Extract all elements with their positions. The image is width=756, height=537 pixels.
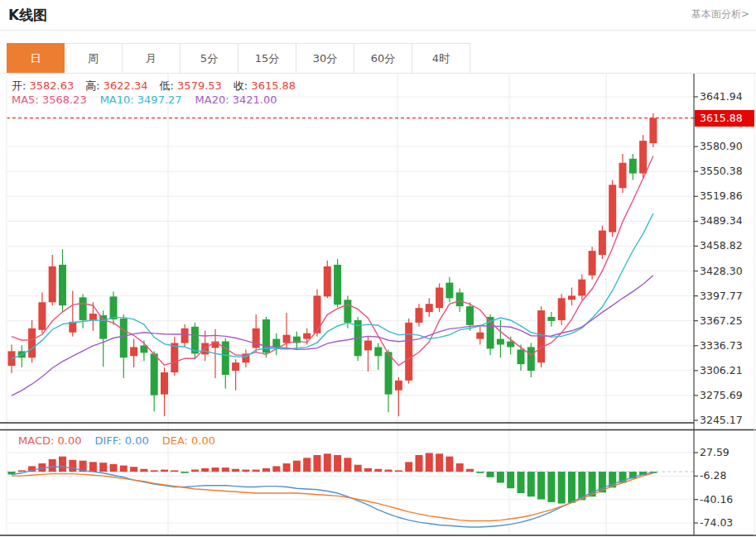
tab-周[interactable]: 周 [65,44,123,74]
tab-15分[interactable]: 15分 [238,44,296,74]
axis-tick-label: 3458.82 [700,239,753,252]
macd-value: MACD: 0.00 [18,434,81,447]
axis-tick-label: -40.16 [700,493,753,506]
axis-tick-label: 3245.17 [700,414,753,427]
chart-top-border [0,73,756,74]
ma-value: MA10: 3497.27 [100,93,182,106]
ohlc-value: 3582.63 [26,79,74,92]
ohlc-label: 低: [160,79,174,92]
page-title: K线图 [8,6,47,25]
tab-30分[interactable]: 30分 [296,44,354,74]
tab-4时[interactable]: 4时 [412,44,470,74]
period-tab-bar: 日周月5分15分30分60分4时 [7,43,470,73]
ohlc-label: 开: [12,79,26,92]
axis-tick-label: 3275.69 [700,389,753,402]
ma-value: MA20: 3421.00 [195,93,277,106]
axis-tick-label: 3336.73 [700,339,753,352]
axis-tick-label: 3306.21 [700,364,753,377]
dea-line [12,473,653,521]
ma-readout: MA5: 3568.23MA10: 3497.27MA20: 3421.00 [12,93,291,106]
axis-tick-label: 3367.25 [700,314,753,328]
axis-tick-label: 3397.77 [700,290,753,303]
macd-value: DEA: 0.00 [162,434,215,447]
fundamental-analysis-link[interactable]: 基本面分析> [691,7,749,22]
ohlc-value: 3579.53 [174,79,222,92]
axis-tick-label: 3580.90 [700,140,753,153]
current-price-badge: 3615.88 [695,110,754,127]
tab-日[interactable]: 日 [7,43,65,74]
macd-value: DIFF: 0.00 [94,434,148,447]
tab-60分[interactable]: 60分 [354,44,412,74]
axis-tick-label: 27.59 [700,446,753,459]
ma20-line [12,276,653,396]
ohlc-value: 3615.88 [248,79,296,92]
macd-readout: MACD: 0.00DIFF: 0.00DEA: 0.00 [18,434,229,447]
tab-月[interactable]: 月 [123,44,181,74]
ma-value: MA5: 3568.23 [12,93,87,106]
header-divider [0,30,756,31]
axis-tick-label: 3550.38 [700,165,753,178]
tab-5分[interactable]: 5分 [181,44,238,74]
axis-tick-label: 3489.34 [700,214,753,228]
ohlc-readout: 开: 3582.63高: 3622.34低: 3579.53收: 3615.88 [12,79,307,93]
axis-tick-label: -6.28 [700,469,753,482]
ohlc-label: 高: [85,79,99,92]
ohlc-value: 3622.34 [100,79,148,92]
axis-tick-label: -74.03 [700,516,753,530]
ohlc-label: 收: [234,79,248,92]
axis-tick-label: 3641.94 [700,90,753,103]
ma10-line [12,213,653,359]
axis-tick-label: 3519.86 [700,189,753,203]
axis-tick-label: 3428.30 [700,265,753,278]
